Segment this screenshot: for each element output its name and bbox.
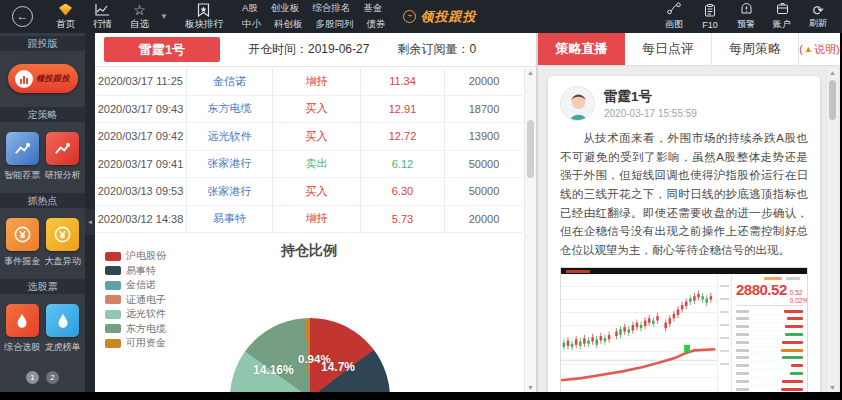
nav-item-watchlist[interactable]: ☆ 自选	[121, 0, 158, 33]
left-sidebar: 跟投版 领投跟投 定策略 智能荐票 研报分析	[0, 33, 95, 392]
trade-action: 买入	[273, 123, 361, 150]
trade-action: 卖出	[273, 151, 361, 178]
refresh-button[interactable]: ⟳ 刷新	[800, 4, 836, 30]
remaining-subscription-label: 剩余订阅量：0	[397, 41, 476, 58]
market-menu-item[interactable]: 科创板	[274, 18, 303, 31]
scroll-up-arrow[interactable]: ▲	[525, 69, 536, 76]
brand-logo-icon: ⌁	[403, 10, 416, 23]
trade-volume: 50000	[445, 151, 523, 178]
stock-name-link[interactable]: 张家港行	[187, 178, 273, 205]
scroll-down-arrow[interactable]: ▼	[827, 384, 838, 391]
strategy-panel-scrollbar[interactable]: ▲ ▼	[524, 68, 536, 392]
trade-time: 2020/03/13 09:53	[95, 178, 187, 205]
market-menu-item[interactable]: 创业板	[271, 2, 300, 15]
toolbar-right: 画图 F10 预警 账户 ⟳ 刷新	[656, 0, 836, 33]
tile-icon	[46, 132, 79, 165]
brand-logo-text: 领投跟投	[420, 8, 476, 26]
draw-tool-button[interactable]: 画图	[656, 2, 692, 31]
stock-name-link[interactable]: 东方电缆	[187, 96, 273, 123]
collapse-sidebar-button[interactable]: ◂	[85, 209, 95, 235]
scroll-down-arrow[interactable]: ▼	[525, 384, 536, 391]
stock-name-link[interactable]: 张家港行	[187, 151, 273, 178]
legend-item[interactable]: 金信诺	[105, 278, 166, 293]
market-menu-row: 中小科创板多股同列债券	[242, 18, 386, 31]
account-button[interactable]: 账户	[764, 2, 800, 31]
market-menu: A股创业板综合排名基金 中小科创板多股同列债券	[242, 2, 386, 31]
tab-live-broadcast[interactable]: 策略直播	[538, 33, 625, 65]
explanation-link[interactable]: (▲说明)	[799, 33, 840, 65]
brand-logo: ⌁ 领投跟投	[403, 8, 476, 26]
chevron-down-icon[interactable]: ▼	[160, 12, 168, 21]
top-toolbar: ← 首页 行情 ☆ 自选 ▼ 板块排行 A股创业板综合排名基金 中小科创板多股同…	[0, 0, 842, 33]
market-menu-item[interactable]: 债券	[366, 18, 385, 31]
legend-item[interactable]: 沪电股份	[105, 249, 166, 264]
scroll-up-arrow[interactable]: ▲	[827, 69, 838, 76]
index-change: 0.52	[790, 289, 808, 296]
market-menu-item[interactable]: A股	[242, 2, 258, 15]
nav-item-sector-rank[interactable]: 板块排行	[176, 0, 232, 33]
nav-item-market[interactable]: 行情	[84, 0, 121, 33]
trade-price: 11.34	[361, 68, 445, 95]
pager-dot-2[interactable]: 2	[46, 371, 59, 384]
back-button[interactable]: ←	[12, 6, 33, 27]
scrollbar-thumb[interactable]	[527, 120, 534, 178]
trade-row[interactable]: 2020/03/12 14:38 易事特 增持 5.73 20000	[95, 206, 523, 234]
legend-item[interactable]: 易事特	[105, 264, 166, 279]
legend-color-chip	[105, 339, 121, 348]
trade-time: 2020/03/17 09:42	[95, 123, 187, 150]
legend-item[interactable]: 可用资金	[105, 336, 166, 351]
sidebar-tile[interactable]: 事件掘金	[2, 218, 42, 268]
trade-row[interactable]: 2020/03/13 09:53 张家港行 买入 6.30 50000	[95, 178, 523, 206]
sidebar-pager: 1 2	[0, 371, 85, 384]
live-tabbar: 策略直播 每日点评 每周策略 (▲说明)	[538, 33, 840, 66]
tile-icon	[6, 218, 39, 251]
sidebar-section-strategy: 定策略	[0, 107, 85, 122]
market-menu-item[interactable]: 基金	[363, 2, 382, 15]
tab-weekly-strategy[interactable]: 每周策略	[712, 33, 799, 65]
trade-table: 2020/03/17 11:25 金信诺 增持 11.34 20000 2020…	[95, 68, 523, 233]
legend-color-chip	[105, 295, 121, 304]
post-card: 雷霆1号 2020-03-17 15:55:59 从技术面来看，外围市场的持续杀…	[548, 76, 820, 392]
sidebar-tile[interactable]: 综合选股	[2, 304, 42, 354]
market-menu-item[interactable]: 多股同列	[315, 18, 353, 31]
pager-dot-1[interactable]: 1	[26, 371, 39, 384]
stock-name-link[interactable]: 金信诺	[187, 68, 273, 95]
legend-item[interactable]: 证通电子	[105, 293, 166, 308]
draw-icon	[667, 2, 681, 18]
trade-volume: 20000	[445, 206, 523, 233]
f10-button[interactable]: F10	[692, 4, 728, 30]
sidebar-section-stockpick: 选股票	[0, 279, 85, 294]
nav-item-home[interactable]: 首页	[47, 0, 84, 33]
sidebar-tile[interactable]: 大盘异动	[43, 218, 83, 268]
refresh-icon: ⟳	[813, 4, 824, 17]
follow-invest-button[interactable]: 领投跟投	[8, 64, 78, 93]
market-menu-item[interactable]: 综合排名	[312, 2, 350, 15]
alert-button[interactable]: 预警	[728, 2, 764, 31]
strategy-panel: 雷霆1号 开仓时间：2019-06-27 剩余订阅量：0 2020/03/17 …	[95, 33, 536, 392]
post-chart-image: 2880.52 0.520.02%	[560, 267, 808, 392]
trade-row[interactable]: 2020/03/17 09:42 远光软件 买入 12.72 13900	[95, 123, 523, 151]
legend-color-chip	[105, 310, 121, 319]
legend-color-chip	[105, 266, 121, 275]
market-menu-item[interactable]: 中小	[242, 18, 261, 31]
trade-time: 2020/03/17 09:43	[95, 96, 187, 123]
trade-volume: 18700	[445, 96, 523, 123]
tab-daily-comment[interactable]: 每日点评	[625, 33, 712, 65]
sidebar-tile[interactable]: 智能荐票	[2, 132, 42, 182]
trade-row[interactable]: 2020/03/17 11:25 金信诺 增持 11.34 20000	[95, 68, 523, 96]
live-panel-scrollbar[interactable]: ▲ ▼	[826, 68, 838, 392]
trade-action: 买入	[273, 178, 361, 205]
legend-item[interactable]: 远光软件	[105, 307, 166, 322]
pie-legend: 沪电股份 易事特 金信诺 证通电子	[105, 249, 166, 351]
trade-row[interactable]: 2020/03/17 09:43 东方电缆 买入 12.91 18700	[95, 96, 523, 124]
scrollbar-thumb[interactable]	[829, 80, 836, 120]
legend-item[interactable]: 东方电缆	[105, 322, 166, 337]
strategy-name-button[interactable]: 雷霆1号	[104, 37, 220, 62]
stock-name-link[interactable]: 易事特	[187, 206, 273, 233]
stock-name-link[interactable]: 远光软件	[187, 123, 273, 150]
sidebar-tile[interactable]: 研报分析	[43, 132, 83, 182]
sidebar-tile[interactable]: 龙虎榜单	[43, 304, 83, 354]
trade-row[interactable]: 2020/03/17 09:41 张家港行 卖出 6.12 50000	[95, 151, 523, 179]
pie-value-label: 14.16%	[253, 363, 294, 377]
index-price: 2880.52	[736, 281, 787, 298]
